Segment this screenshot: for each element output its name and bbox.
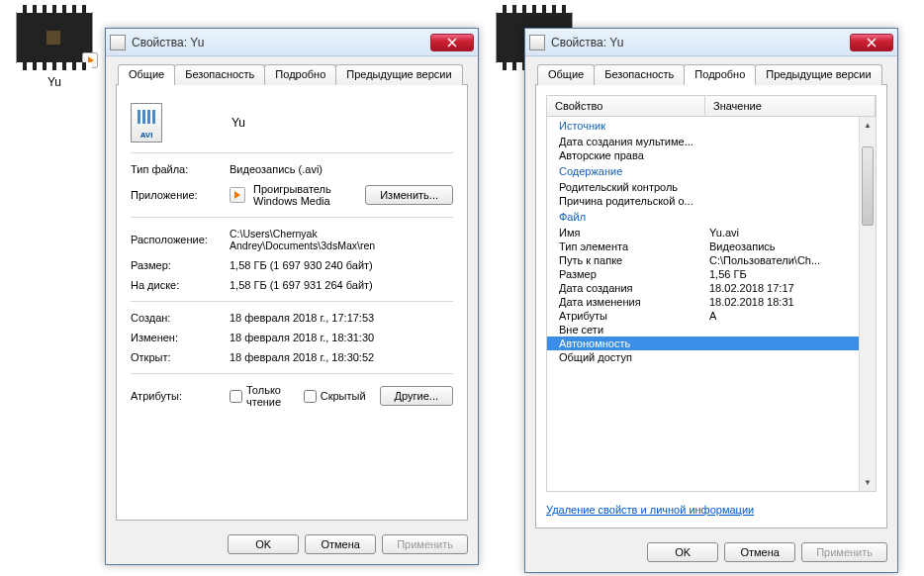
property-name: Дата создания мультиме... <box>547 136 705 147</box>
property-name: Авторские права <box>547 149 705 161</box>
property-row[interactable]: Родительский контроль <box>547 180 876 194</box>
label-filetype: Тип файла: <box>131 163 230 175</box>
property-value <box>705 195 876 207</box>
desktop-file-yu[interactable]: Yu <box>10 12 99 89</box>
scrollbar-thumb[interactable] <box>862 146 874 226</box>
property-group: Источник <box>547 117 876 135</box>
label-size: Размер: <box>131 259 230 271</box>
details-rows[interactable]: ИсточникДата создания мультиме...Авторск… <box>547 117 876 491</box>
file-label: Yu <box>10 75 99 89</box>
system-icon <box>529 35 545 50</box>
property-row[interactable]: Автономность <box>547 336 876 350</box>
property-value <box>705 136 876 147</box>
property-name: Вне сети <box>547 324 705 336</box>
value-location: C:\Users\Chernyak Andrey\Documents\3dsMa… <box>230 228 453 251</box>
label-created: Создан: <box>131 312 230 324</box>
tab-previous[interactable]: Предыдущие версии <box>755 64 881 85</box>
property-row[interactable]: АтрибутыA <box>547 309 876 323</box>
dialog-footer: OK Отмена Применить <box>525 534 897 572</box>
remove-properties-link[interactable]: Удаление свойств и личной информации <box>546 504 754 516</box>
property-name: Тип элемента <box>547 240 705 252</box>
property-name: Причина родительской о... <box>547 195 705 207</box>
tab-general[interactable]: Общие <box>537 64 595 85</box>
dialog-footer: OK Отмена Применить <box>106 527 478 564</box>
tab-details[interactable]: Подробно <box>684 64 756 85</box>
property-row[interactable]: Вне сети <box>547 323 876 336</box>
system-icon <box>110 35 126 50</box>
avi-file-icon: AVI <box>131 103 162 143</box>
property-name: Путь к папке <box>547 254 705 266</box>
property-row[interactable]: Авторские права <box>547 148 876 162</box>
titlebar[interactable]: Свойства: Yu <box>106 29 478 56</box>
property-group: Файл <box>547 208 876 226</box>
readonly-checkbox[interactable]: Только чтение <box>230 384 290 408</box>
apply-button[interactable]: Применить <box>382 534 468 554</box>
property-name: Дата изменения <box>547 296 705 308</box>
value-modified: 18 февраля 2018 г., 18:31:30 <box>230 332 453 343</box>
property-row[interactable]: Общий доступ <box>547 350 876 364</box>
label-opened: Открыт: <box>131 351 230 363</box>
column-header-value[interactable]: Значение <box>705 96 876 116</box>
property-row[interactable]: ИмяYu.avi <box>547 226 876 240</box>
cancel-button[interactable]: Отмена <box>724 542 795 562</box>
property-value: 18.02.2018 18:31 <box>705 296 876 308</box>
value-app: Проигрыватель Windows Media <box>253 183 361 207</box>
filename-input[interactable] <box>230 114 427 132</box>
property-row[interactable]: Тип элементаВидеозапись <box>547 240 876 253</box>
property-row[interactable]: Размер1,56 ГБ <box>547 267 876 281</box>
other-attributes-button[interactable]: Другие... <box>380 386 453 406</box>
wmp-icon <box>230 187 245 203</box>
label-app: Приложение: <box>131 189 230 201</box>
close-button[interactable] <box>850 34 893 51</box>
dialog-title: Свойства: Yu <box>132 36 430 49</box>
property-value: 18.02.2018 17:17 <box>705 282 876 294</box>
close-icon <box>867 38 877 48</box>
property-name: Размер <box>547 268 705 280</box>
property-value <box>705 324 876 336</box>
cancel-button[interactable]: Отмена <box>305 534 376 554</box>
property-row[interactable]: Дата создания мультиме... <box>547 135 876 148</box>
tabstrip: Общие Безопасность Подробно Предыдущие в… <box>116 64 468 85</box>
tab-security[interactable]: Безопасность <box>594 64 685 85</box>
dialog-title: Свойства: Yu <box>551 36 850 49</box>
column-header-property[interactable]: Свойство <box>547 96 705 116</box>
video-thumbnail-icon <box>16 12 93 63</box>
property-name: Общий доступ <box>547 351 705 363</box>
tab-previous[interactable]: Предыдущие версии <box>335 64 462 85</box>
property-value <box>705 181 876 193</box>
ok-button[interactable]: OK <box>647 542 718 562</box>
tab-details[interactable]: Подробно <box>264 64 336 85</box>
property-value: Yu.avi <box>705 227 876 239</box>
apply-button[interactable]: Применить <box>801 542 887 562</box>
close-icon <box>447 38 457 48</box>
property-row[interactable]: Путь к папкеC:\Пользователи\Ch... <box>547 253 876 267</box>
label-location: Расположение: <box>131 234 230 245</box>
property-value: 1,56 ГБ <box>705 268 876 280</box>
property-name: Дата создания <box>547 282 705 294</box>
change-app-button[interactable]: Изменить... <box>365 185 453 205</box>
tab-general[interactable]: Общие <box>118 64 175 85</box>
property-row[interactable]: Дата создания18.02.2018 17:17 <box>547 281 876 295</box>
scroll-up-icon[interactable]: ▲ <box>860 117 876 134</box>
scrollbar[interactable]: ▲ ▼ <box>859 117 876 491</box>
ok-button[interactable]: OK <box>228 534 299 554</box>
properties-dialog-details: Свойства: Yu Общие Безопасность Подробно… <box>524 28 898 573</box>
play-overlay-icon <box>82 52 98 68</box>
property-name: Родительский контроль <box>547 181 705 193</box>
property-value <box>705 337 876 349</box>
property-value <box>705 149 876 161</box>
properties-dialog-general: Свойства: Yu Общие Безопасность Подробно… <box>105 28 479 565</box>
value-filetype: Видеозапись (.avi) <box>230 163 453 175</box>
titlebar[interactable]: Свойства: Yu <box>525 29 897 56</box>
close-button[interactable] <box>430 34 474 51</box>
tab-panel-details: Свойство Значение ИсточникДата создания … <box>535 85 887 528</box>
property-value: Видеозапись <box>705 240 876 252</box>
property-row[interactable]: Причина родительской о... <box>547 194 876 208</box>
scroll-down-icon[interactable]: ▼ <box>860 474 876 491</box>
hidden-checkbox[interactable]: Скрытый <box>304 390 366 403</box>
tab-security[interactable]: Безопасность <box>174 64 265 85</box>
value-opened: 18 февраля 2018 г., 18:30:52 <box>230 351 453 363</box>
label-attributes: Атрибуты: <box>131 390 230 402</box>
property-name: Имя <box>547 227 705 239</box>
property-row[interactable]: Дата изменения18.02.2018 18:31 <box>547 295 876 309</box>
